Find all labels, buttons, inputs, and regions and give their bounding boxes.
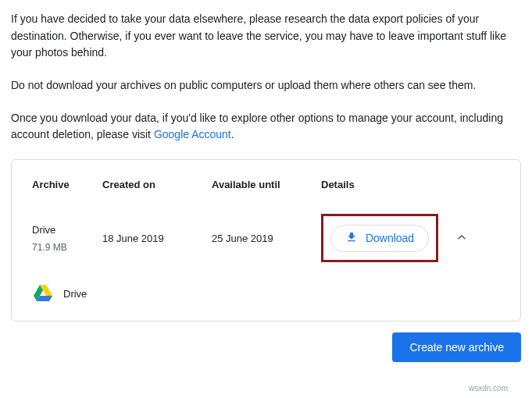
intro-p3-post: . xyxy=(231,128,234,140)
table-header: Archive Created on Available until Detai… xyxy=(32,168,500,200)
archive-size: 71.9 MB xyxy=(32,242,102,253)
col-archive: Archive xyxy=(32,179,102,190)
available-cell: 25 June 2019 xyxy=(212,233,321,244)
archive-cell: Drive 71.9 MB xyxy=(32,224,102,253)
col-details: Details xyxy=(321,179,438,190)
archive-card: Archive Created on Available until Detai… xyxy=(11,159,521,322)
download-button[interactable]: Download xyxy=(330,225,429,252)
download-icon xyxy=(345,231,358,246)
chevron-up-icon[interactable] xyxy=(454,229,470,247)
download-label: Download xyxy=(366,232,414,244)
intro-text: If you have decided to take your data el… xyxy=(11,11,521,144)
footer: Create new archive xyxy=(11,332,521,362)
details-cell: Download xyxy=(321,214,438,262)
create-new-archive-button[interactable]: Create new archive xyxy=(392,332,521,362)
intro-p3: Once you download your data, if you'd li… xyxy=(11,110,521,144)
intro-p2: Do not download your archives on public … xyxy=(11,77,521,94)
drive-icon xyxy=(34,284,52,304)
table-row: Drive 71.9 MB 18 June 2019 25 June 2019 … xyxy=(32,200,500,276)
expand-cell xyxy=(438,229,470,247)
expanded-service-label: Drive xyxy=(63,288,87,300)
col-available: Available until xyxy=(212,179,321,190)
intro-p3-pre: Once you download your data, if you'd li… xyxy=(11,112,503,141)
archive-name: Drive xyxy=(32,224,102,236)
expanded-service-row: Drive xyxy=(32,276,500,307)
created-cell: 18 June 2019 xyxy=(102,233,212,244)
google-account-link[interactable]: Google Account xyxy=(154,128,231,140)
intro-p1: If you have decided to take your data el… xyxy=(11,11,521,62)
col-created: Created on xyxy=(102,179,212,190)
